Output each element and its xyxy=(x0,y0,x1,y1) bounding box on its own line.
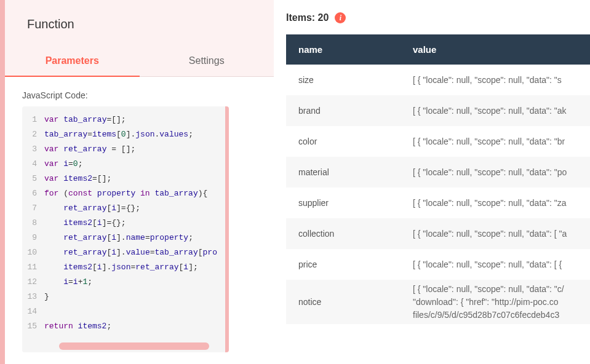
table-row[interactable]: size[ { "locale": null, "scope": null, "… xyxy=(286,65,590,95)
cell-name: material xyxy=(286,157,401,188)
cell-value: [ { "locale": null, "scope": null, "data… xyxy=(401,95,590,126)
table-row[interactable]: color[ { "locale": null, "scope": null, … xyxy=(286,126,590,157)
table-row[interactable]: supplier[ { "locale": null, "scope": nul… xyxy=(286,188,590,218)
left-panel: Function Parameters Settings JavaScript … xyxy=(5,0,274,364)
table-row[interactable]: price[ { "locale": null, "scope": null, … xyxy=(286,249,590,280)
cell-name: collection xyxy=(286,218,401,249)
horizontal-scrollbar[interactable] xyxy=(59,342,209,350)
header-section: Function Parameters Settings xyxy=(5,0,274,77)
code-editor[interactable]: 1var tab_array=[];2tab_array=items[0].js… xyxy=(22,106,229,352)
cell-name: notice xyxy=(286,280,401,324)
code-label: JavaScript Code: xyxy=(22,90,266,100)
cell-name: price xyxy=(286,249,401,280)
code-line: 14 xyxy=(22,304,225,319)
code-line: 12 i=i+1; xyxy=(22,275,225,290)
cell-value: [ { "locale": null, "scope": null, "data… xyxy=(401,157,590,188)
cell-name: color xyxy=(286,126,401,157)
cell-name: brand xyxy=(286,95,401,126)
results-table: name value size[ { "locale": null, "scop… xyxy=(286,34,590,324)
code-line: 1var tab_array=[]; xyxy=(22,113,225,127)
cell-value: [ { "locale": null, "scope": null, "data… xyxy=(401,65,590,95)
code-line: 10 ret_array[i].value=tab_array[pro xyxy=(22,245,225,260)
tab-settings[interactable]: Settings xyxy=(140,45,274,76)
cell-value: [ { "locale": null, "scope": null, "data… xyxy=(401,218,590,249)
left-accent-bar xyxy=(0,0,5,364)
page-title: Function xyxy=(5,0,274,45)
items-count-label: Items: 20 xyxy=(286,12,329,23)
code-line: 13} xyxy=(22,290,225,304)
items-header: Items: 20 i xyxy=(286,12,590,34)
table-row[interactable]: material[ { "locale": null, "scope": nul… xyxy=(286,157,590,188)
column-header-name[interactable]: name xyxy=(286,34,401,65)
code-line: 9 ret_array[i].name=property; xyxy=(22,231,225,245)
code-line: 7 ret_array[i]={}; xyxy=(22,201,225,216)
cell-value: [ { "locale": null, "scope": null, "data… xyxy=(401,126,590,157)
code-line: 3var ret_array = []; xyxy=(22,142,225,157)
code-line: 5var items2=[]; xyxy=(22,172,225,186)
code-line: 15return items2; xyxy=(22,319,225,334)
tabs: Parameters Settings xyxy=(5,45,274,77)
cell-value: [ { "locale": null, "scope": null, "data… xyxy=(401,249,590,280)
table-row[interactable]: notice[ { "locale": null, "scope": null,… xyxy=(286,280,590,324)
cell-value: [ { "locale": null, "scope": null, "data… xyxy=(401,188,590,218)
table-row[interactable]: brand[ { "locale": null, "scope": null, … xyxy=(286,95,590,126)
cell-value: [ { "locale": null, "scope": null, "data… xyxy=(401,280,590,324)
tab-parameters[interactable]: Parameters xyxy=(5,45,140,76)
cell-name: supplier xyxy=(286,188,401,218)
code-line: 4var i=0; xyxy=(22,157,225,172)
code-line: 2tab_array=items[0].json.values; xyxy=(22,127,225,142)
code-line: 11 items2[i].json=ret_array[i]; xyxy=(22,260,225,275)
code-line: 8 items2[i]={}; xyxy=(22,216,225,231)
code-line: 6for (const property in tab_array){ xyxy=(22,186,225,201)
info-icon[interactable]: i xyxy=(335,12,346,23)
cell-name: size xyxy=(286,65,401,95)
body-section: JavaScript Code: 1var tab_array=[];2tab_… xyxy=(5,77,274,364)
table-header-row: name value xyxy=(286,34,590,65)
column-header-value[interactable]: value xyxy=(401,34,590,65)
right-panel: Items: 20 i name value size[ { "locale":… xyxy=(274,0,590,364)
table-row[interactable]: collection[ { "locale": null, "scope": n… xyxy=(286,218,590,249)
